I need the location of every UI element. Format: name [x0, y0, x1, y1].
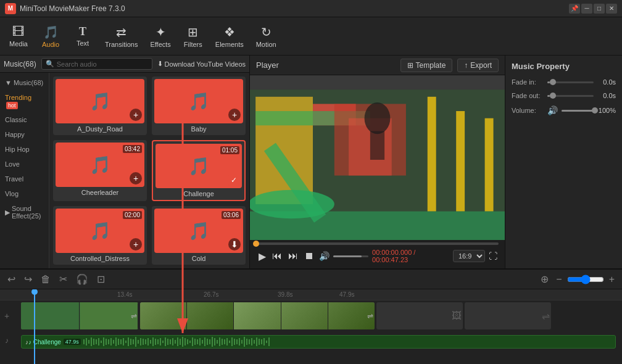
- toolbar-text[interactable]: T Text: [67, 23, 99, 49]
- music-card-3[interactable]: 🎵 03:42 + Cheerleader: [53, 140, 147, 201]
- play-button[interactable]: ▶: [257, 249, 267, 263]
- stop-button[interactable]: ⏹: [303, 249, 315, 263]
- svg-rect-62: [199, 338, 201, 345]
- minimize-button[interactable]: ─: [581, 4, 592, 14]
- music-card-1[interactable]: 🎵 + A_Dusty_Road: [53, 77, 147, 135]
- video-segment-1[interactable]: ⇌: [21, 302, 138, 329]
- video-segment-3[interactable]: 🖼: [376, 302, 463, 329]
- audio-full-track[interactable]: ♪ ♪ Challenge 47.9s: [21, 335, 616, 349]
- category-love[interactable]: Love: [0, 157, 49, 172]
- restore-button[interactable]: □: [594, 4, 605, 14]
- toolbar-filters[interactable]: ⊞ Filters: [177, 22, 209, 51]
- svg-rect-35: [133, 339, 134, 344]
- toolbar-elements[interactable]: ❖ Elements: [209, 22, 250, 51]
- toolbar-audio[interactable]: 🎵 Audio: [35, 22, 67, 51]
- toolbar-media[interactable]: 🎞 Media: [2, 22, 35, 50]
- toolbar-motion[interactable]: ↻ Motion: [250, 22, 283, 51]
- fade-in-slider[interactable]: [547, 81, 594, 83]
- fade-out-slider[interactable]: [547, 95, 594, 97]
- video-segment-4[interactable]: ⇌: [465, 302, 551, 329]
- music-thumb-3: 🎵 03:42 +: [56, 143, 144, 187]
- playhead[interactable]: [34, 289, 35, 364]
- audio-split-button[interactable]: ⊕: [538, 272, 551, 286]
- export-button[interactable]: ↑ Export: [457, 59, 499, 72]
- progress-bar[interactable]: [256, 242, 499, 245]
- next-button[interactable]: ⏭: [287, 249, 299, 263]
- category-travel[interactable]: Travel: [0, 172, 49, 186]
- volume-slider[interactable]: [333, 255, 368, 257]
- category-classic[interactable]: Classic: [0, 112, 49, 127]
- video-segment-2[interactable]: ⇌: [140, 302, 375, 329]
- zoom-slider[interactable]: [567, 275, 604, 284]
- svg-point-12: [365, 102, 391, 134]
- fade-in-handle: [550, 79, 556, 85]
- audio-track-label: ♪: [0, 336, 14, 345]
- svg-rect-17: [88, 340, 89, 344]
- category-vlog[interactable]: Vlog: [0, 186, 49, 201]
- music-add-btn-5[interactable]: +: [130, 238, 142, 250]
- svg-rect-72: [224, 339, 225, 344]
- fullscreen-button[interactable]: ⛶: [489, 251, 497, 261]
- svg-rect-9: [428, 97, 436, 212]
- close-button[interactable]: ✕: [606, 4, 617, 14]
- music-card-2[interactable]: 🎵 + Baby: [152, 77, 246, 135]
- timeline-toolbar: ↩ ↪ 🗑 ✂ 🎧 ⊡ ⊕ − +: [0, 270, 622, 289]
- music-card-5[interactable]: 🎵 02:00 + Controlled_Distress: [53, 206, 147, 265]
- video-scene: [250, 75, 505, 240]
- time-total: 00:00:47.23: [372, 256, 408, 263]
- travel-label: Travel: [5, 175, 23, 183]
- aspect-ratio-select[interactable]: 16:9 4:3 1:1: [453, 250, 485, 262]
- search-audio-box[interactable]: 🔍 Search audio: [41, 58, 152, 70]
- svg-rect-56: [185, 338, 186, 345]
- svg-rect-15: [83, 339, 85, 344]
- category-trending[interactable]: Trending hot: [0, 90, 49, 112]
- app-title: MiniTool MovieMaker Free 7.3.0: [20, 4, 569, 13]
- zoom-in-button[interactable]: +: [607, 273, 617, 286]
- music-group-arrow: ▼: [5, 79, 12, 86]
- music-group-header[interactable]: ▼ Music(68): [0, 75, 49, 90]
- svg-rect-28: [115, 337, 117, 346]
- music-add-btn-1[interactable]: +: [130, 109, 142, 121]
- volume-icon[interactable]: 🔊: [319, 251, 330, 261]
- undo-button[interactable]: ↩: [5, 272, 18, 286]
- svg-rect-82: [249, 339, 250, 344]
- music-add-btn-6[interactable]: ⬇: [228, 238, 241, 250]
- player-controls: ▶ ⏮ ⏭ ⏹ 🔊 00:00:00.000 / 00:00:47.23 16:…: [256, 249, 499, 266]
- playhead-handle[interactable]: [31, 289, 38, 295]
- template-button[interactable]: ⊞ Template: [400, 59, 453, 72]
- svg-rect-90: [268, 337, 270, 346]
- toolbar-transitions[interactable]: ⇄ Transitions: [99, 22, 144, 51]
- sound-effect-group[interactable]: ▶ Sound Effect(25): [0, 201, 49, 223]
- volume-prop-slider[interactable]: [562, 110, 594, 112]
- music-name-6: Cold: [154, 255, 243, 262]
- classic-label: Classic: [5, 116, 27, 123]
- ruler-mark-1: 13.4s: [117, 291, 132, 298]
- pin-button[interactable]: 📌: [569, 4, 580, 14]
- download-youtube-button[interactable]: ⬇ Download YouTube Videos: [157, 60, 246, 68]
- main-toolbar: 🎞 Media 🎵 Audio T Text ⇄ Transitions ✦ E…: [0, 17, 622, 56]
- zoom-out-button[interactable]: −: [554, 273, 564, 286]
- music-card-6[interactable]: 🎵 03:06 ⬇ Cold: [152, 206, 246, 265]
- elements-icon: ❖: [224, 25, 235, 39]
- crop-button[interactable]: ⊡: [94, 272, 107, 286]
- prev-button[interactable]: ⏮: [271, 249, 283, 263]
- volume-row: Volume: 🔊 100%: [512, 105, 616, 115]
- music-card-4[interactable]: 🎵 01:05 ✓ Challenge: [152, 140, 246, 201]
- segment-1-nav[interactable]: ⇌: [131, 312, 137, 320]
- text-icon: T: [79, 25, 86, 38]
- svg-rect-45: [157, 339, 159, 344]
- category-hiphop[interactable]: Hip Hop: [0, 142, 49, 157]
- delete-button[interactable]: 🗑: [38, 273, 53, 286]
- redo-button[interactable]: ↪: [22, 272, 35, 286]
- segment-2-nav[interactable]: ⇌: [367, 312, 373, 320]
- svg-rect-14: [250, 212, 505, 240]
- music-add-btn-3[interactable]: +: [130, 172, 142, 184]
- cut-button[interactable]: ✂: [57, 272, 70, 286]
- audio-track-row: ♪ ♪ ♪ Challenge 47.9s: [0, 331, 622, 350]
- category-happy[interactable]: Happy: [0, 127, 49, 142]
- timeline-ruler: 13.4s 26.7s 39.8s 47.9s: [0, 289, 622, 300]
- svg-rect-27: [113, 340, 114, 344]
- toolbar-effects[interactable]: ✦ Effects: [144, 22, 176, 51]
- music-add-btn-2[interactable]: +: [228, 109, 241, 121]
- headphones-button[interactable]: 🎧: [73, 272, 91, 286]
